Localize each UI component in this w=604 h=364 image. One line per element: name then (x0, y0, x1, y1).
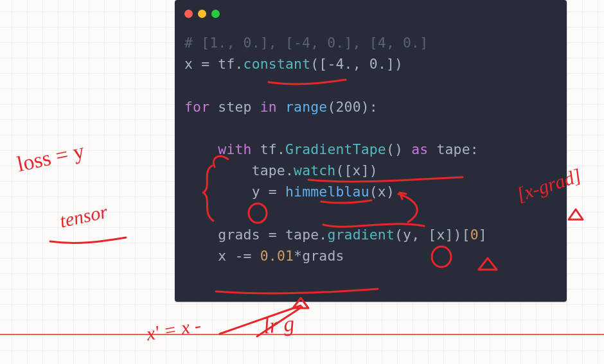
code-token: as (411, 141, 428, 157)
code-token: . (235, 56, 244, 72)
code-token: GradientTape (285, 141, 386, 157)
maximize-icon[interactable] (211, 10, 220, 18)
code-token (277, 99, 285, 115)
code-token: with (218, 141, 251, 157)
code-token: step (209, 99, 260, 115)
code-token: himmelblau (285, 184, 369, 200)
code-token: * (294, 248, 302, 264)
code-token: (y, [x])[ (395, 227, 470, 243)
code-token: watch (294, 162, 335, 178)
code-token: ([x]) (335, 162, 377, 178)
code-token (184, 141, 218, 157)
code-token: for (184, 99, 209, 115)
code-token: . (277, 141, 285, 157)
code-token: gradient (327, 227, 395, 243)
code-token: grads (302, 248, 344, 264)
code-token (252, 248, 260, 264)
code-token: tf (252, 141, 277, 157)
code-token: tape (184, 162, 285, 178)
code-token: range (285, 99, 327, 115)
code-token: 0 (470, 227, 479, 243)
code-token: y (184, 184, 269, 200)
code-token: . (285, 162, 294, 178)
code-token: ] (479, 227, 487, 243)
code-token: in (260, 99, 277, 115)
code-token: = (269, 184, 277, 200)
code-token: tf (209, 56, 235, 72)
code-token: grads (184, 227, 269, 243)
code-token: 0.01 (260, 248, 294, 264)
baseline-rule (0, 334, 604, 335)
window-controls (184, 10, 220, 18)
code-comment: # [1., 0.], [-4, 0.], [4, 0.] (184, 35, 428, 51)
close-icon[interactable] (184, 10, 193, 18)
code-token: tape: (428, 141, 478, 157)
code-token: -= (235, 248, 251, 264)
code-token: (200): (327, 99, 377, 115)
code-token: = (269, 227, 277, 243)
code-block: # [1., 0.], [-4, 0.], [4, 0.] x = tf.con… (184, 32, 487, 266)
code-window: # [1., 0.], [-4, 0.], [4, 0.] x = tf.con… (175, 0, 567, 302)
code-token: (x) (369, 184, 395, 200)
code-token: ([-4., 0.]) (310, 56, 403, 72)
code-token: constant (244, 56, 311, 72)
code-token (277, 184, 285, 200)
code-token: . (319, 227, 327, 243)
code-token: () (386, 141, 411, 157)
code-token: = (201, 56, 209, 72)
code-token: x (184, 248, 235, 264)
code-token: tape (277, 227, 319, 243)
minimize-icon[interactable] (198, 10, 206, 18)
code-token: x (184, 56, 201, 72)
